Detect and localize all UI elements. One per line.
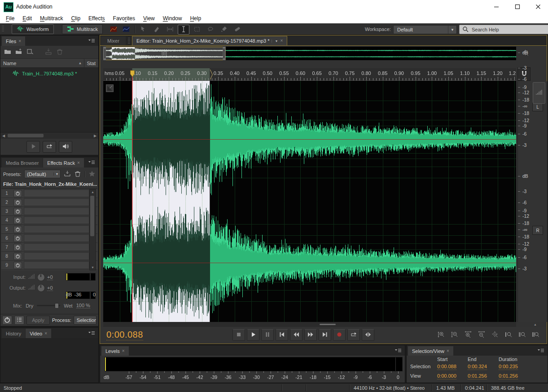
waveform-hscrollbar[interactable] xyxy=(103,322,516,327)
tab-video[interactable]: Video × xyxy=(26,329,51,338)
skip-to-start-button[interactable] xyxy=(276,329,288,341)
menu-window[interactable]: Window xyxy=(159,15,186,22)
scroll-up-icon[interactable]: ▲ xyxy=(90,190,96,194)
panel-menu-icon[interactable] xyxy=(393,347,403,353)
minimize-button[interactable] xyxy=(486,0,507,13)
search-help-input[interactable] xyxy=(471,26,544,33)
spectral-frequency-button[interactable] xyxy=(108,25,119,35)
tab-editor[interactable]: Editor: Train_Honk_Horn_2x-Mike_Koenig-1… xyxy=(132,36,287,45)
close-icon[interactable]: × xyxy=(447,349,449,353)
scrollbar-thumb[interactable] xyxy=(90,196,94,236)
close-button[interactable] xyxy=(528,0,548,13)
move-tool-button[interactable] xyxy=(137,25,149,35)
slot-empty[interactable] xyxy=(24,198,89,206)
favorite-star-icon[interactable] xyxy=(88,170,96,178)
menu-effects[interactable]: Effects xyxy=(84,15,109,22)
time-expand-tool-button[interactable] xyxy=(164,25,176,35)
menu-help[interactable]: Help xyxy=(186,15,205,22)
scroll-down-icon[interactable]: ▼ xyxy=(90,266,96,269)
multitrack-view-button[interactable]: Multitrack xyxy=(62,24,103,34)
selection-duration-value[interactable]: 0:00.235 xyxy=(499,364,518,370)
slot-empty[interactable] xyxy=(24,243,89,251)
tab-history[interactable]: History xyxy=(2,329,25,338)
effects-slot-2[interactable]: 2▶ xyxy=(1,198,97,207)
insert-multitrack-icon[interactable] xyxy=(45,48,52,56)
effects-slot-8[interactable]: 8▶ xyxy=(1,252,97,261)
apply-button[interactable]: Apply xyxy=(26,316,50,325)
scroll-up-icon[interactable]: ▲ xyxy=(534,323,537,326)
channel-left-button[interactable]: L xyxy=(532,102,543,111)
chevron-down-icon[interactable]: ▼ xyxy=(272,40,278,43)
import-file-icon[interactable] xyxy=(15,48,22,56)
autoplay-button[interactable] xyxy=(59,141,72,153)
close-icon[interactable]: × xyxy=(44,331,47,336)
input-gain-knob[interactable] xyxy=(37,273,45,281)
panel-menu-icon[interactable] xyxy=(87,330,96,336)
paintbrush-selection-tool-button[interactable] xyxy=(218,25,230,35)
process-select[interactable]: Selection C xyxy=(74,316,96,325)
tab-selection-view[interactable]: Selection/View × xyxy=(408,346,453,356)
spot-healing-brush-tool-button[interactable] xyxy=(232,25,243,35)
open-file-icon[interactable] xyxy=(4,48,11,56)
slot-power-button[interactable] xyxy=(12,253,23,260)
menu-edit[interactable]: Edit xyxy=(18,15,36,22)
search-help-box[interactable] xyxy=(459,25,548,34)
panel-menu-icon[interactable] xyxy=(87,159,96,165)
slot-power-button[interactable] xyxy=(12,226,23,233)
view-end-value[interactable]: 0:01.256 xyxy=(468,373,487,379)
prerender-toggle-button[interactable] xyxy=(14,316,24,325)
preview-play-button[interactable] xyxy=(26,141,40,153)
close-icon[interactable]: × xyxy=(280,39,283,43)
close-icon[interactable]: × xyxy=(77,161,80,165)
slot-power-button[interactable] xyxy=(12,244,23,251)
input-gain-value[interactable]: +0 xyxy=(47,274,53,280)
effects-slot-7[interactable]: 7▶ xyxy=(1,243,97,252)
slot-empty[interactable] xyxy=(24,216,89,224)
effects-slot-6[interactable]: 6▶ xyxy=(1,234,97,243)
slot-empty[interactable] xyxy=(24,234,89,242)
tab-effects-rack[interactable]: Effects Rack × xyxy=(43,158,83,167)
zoom-out-point-button[interactable] xyxy=(516,330,528,340)
selection-start-value[interactable]: 0:00.088 xyxy=(437,364,456,370)
wet-value[interactable]: 100 % xyxy=(76,303,90,308)
rewind-button[interactable] xyxy=(290,329,302,341)
slot-empty[interactable] xyxy=(24,261,89,269)
view-start-value[interactable]: 0:00.000 xyxy=(437,373,456,379)
slot-empty[interactable] xyxy=(24,252,89,260)
media-type-icon[interactable] xyxy=(26,48,34,56)
zoom-out-horizontal-button[interactable] xyxy=(475,330,488,340)
name-column-header[interactable]: Name xyxy=(3,61,16,66)
workspace-select[interactable]: Default ▼ xyxy=(393,25,457,34)
selection-end-value[interactable]: 0:00.324 xyxy=(468,364,487,370)
scrollbar-thumb[interactable] xyxy=(8,134,44,137)
slot-power-button[interactable] xyxy=(12,217,23,224)
time-display[interactable]: 0:00.088 xyxy=(106,329,143,340)
loop-playback-button[interactable] xyxy=(347,329,360,341)
zoom-in-vertical-button[interactable] xyxy=(435,330,447,340)
scroll-right-icon[interactable]: ▶ xyxy=(92,134,98,138)
time-selection-tool-button[interactable] xyxy=(178,25,189,35)
levels-meter[interactable] xyxy=(105,357,403,371)
zoom-to-selection-button[interactable] xyxy=(529,330,542,340)
effects-slot-9[interactable]: 9▶ xyxy=(1,261,97,270)
sort-ascending-icon[interactable]: ▲ xyxy=(79,61,82,65)
preset-select[interactable]: (Default) ▼ xyxy=(24,170,61,178)
slot-power-button[interactable] xyxy=(12,235,23,242)
slot-power-button[interactable] xyxy=(12,199,23,206)
tab-mixer[interactable]: Mixer xyxy=(101,36,126,45)
save-preset-icon[interactable] xyxy=(64,170,71,178)
effects-slot-1[interactable]: 1▶ xyxy=(1,189,97,198)
channel-right-button[interactable]: R xyxy=(532,226,543,235)
scroll-left-icon[interactable]: ◀ xyxy=(0,134,7,138)
play-button[interactable] xyxy=(247,329,259,341)
skip-to-end-button[interactable] xyxy=(319,329,331,341)
record-button[interactable] xyxy=(333,329,346,341)
panel-menu-icon[interactable] xyxy=(536,347,546,353)
effects-slot-3[interactable]: 3▶ xyxy=(1,207,97,216)
file-list-item[interactable]: Train_H...7974048.mp3 * xyxy=(0,68,98,78)
files-list-header[interactable]: Name ▲ Stat xyxy=(0,58,98,68)
slot-empty[interactable] xyxy=(24,225,89,233)
zoom-out-vertical-button[interactable] xyxy=(448,330,461,340)
lasso-selection-tool-button[interactable] xyxy=(205,25,216,35)
menu-favorites[interactable]: Favorites xyxy=(109,15,139,22)
